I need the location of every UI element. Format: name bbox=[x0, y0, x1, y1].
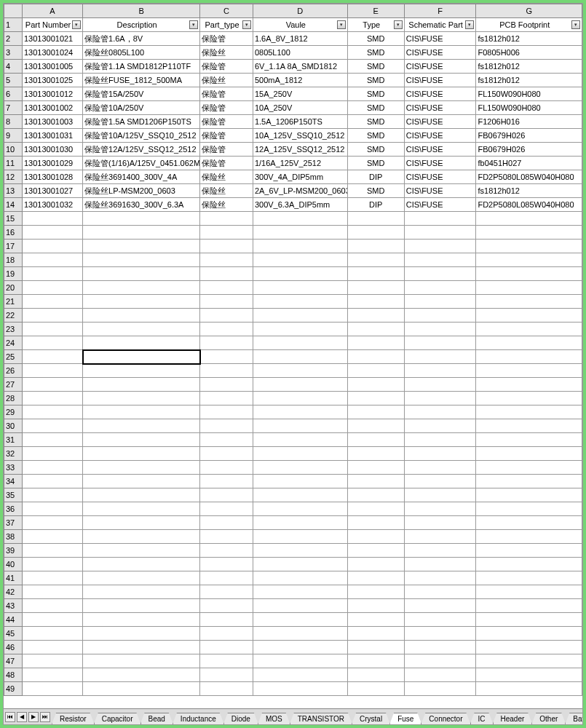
col-header-A[interactable]: A bbox=[22, 4, 82, 18]
cell[interactable]: 保险管 bbox=[200, 60, 253, 74]
cell[interactable] bbox=[347, 447, 404, 461]
cell[interactable] bbox=[83, 433, 200, 447]
cell[interactable] bbox=[347, 267, 404, 281]
cell[interactable] bbox=[253, 364, 347, 378]
cell[interactable] bbox=[476, 530, 582, 544]
row-header[interactable]: 36 bbox=[4, 502, 23, 516]
cell[interactable] bbox=[404, 613, 476, 627]
cell[interactable]: 0805L100 bbox=[253, 46, 347, 60]
cell[interactable]: 保险管1.1A SMD1812P110TF bbox=[83, 60, 200, 74]
cell[interactable] bbox=[22, 267, 82, 281]
cell[interactable] bbox=[347, 281, 404, 295]
cell[interactable] bbox=[22, 654, 82, 668]
row-header[interactable]: 33 bbox=[4, 461, 23, 475]
cell[interactable]: CIS\FUSE bbox=[404, 46, 476, 60]
cell[interactable] bbox=[347, 558, 404, 571]
cell[interactable]: CIS\FUSE bbox=[404, 157, 476, 170]
cell[interactable] bbox=[404, 419, 476, 433]
cell[interactable]: FD2P5080L085W040H080 bbox=[476, 198, 582, 212]
cell[interactable] bbox=[476, 364, 582, 378]
row-header[interactable]: 31 bbox=[4, 433, 23, 447]
cell[interactable] bbox=[476, 668, 582, 682]
cell[interactable] bbox=[22, 309, 82, 323]
cell[interactable]: 保险丝3691400_300V_4A bbox=[83, 170, 200, 184]
cell[interactable] bbox=[253, 267, 347, 281]
cell[interactable] bbox=[22, 419, 82, 433]
cell[interactable] bbox=[83, 323, 200, 336]
col-header-F[interactable]: F bbox=[404, 4, 476, 18]
cell[interactable] bbox=[404, 475, 476, 488]
row-header[interactable]: 30 bbox=[4, 419, 23, 433]
cell[interactable] bbox=[22, 405, 82, 419]
cell[interactable] bbox=[253, 336, 347, 350]
cell[interactable]: 保险管 bbox=[200, 143, 253, 157]
cell[interactable] bbox=[404, 585, 476, 599]
cell[interactable] bbox=[476, 571, 582, 585]
sheet-tab[interactable]: Inductance bbox=[173, 713, 224, 724]
cell[interactable]: 12A_125V_SSQ12_2512 bbox=[253, 143, 347, 157]
cell[interactable] bbox=[83, 585, 200, 599]
cell[interactable] bbox=[347, 571, 404, 585]
cell[interactable] bbox=[83, 378, 200, 392]
sheet-tab[interactable]: Resistor bbox=[52, 713, 95, 724]
cell[interactable]: fs1812h012 bbox=[476, 60, 582, 74]
cell[interactable] bbox=[253, 433, 347, 447]
cell[interactable] bbox=[404, 433, 476, 447]
row-header[interactable]: 38 bbox=[4, 530, 23, 544]
cell[interactable]: SMD bbox=[347, 87, 404, 101]
cell[interactable] bbox=[22, 378, 82, 392]
cell[interactable] bbox=[347, 240, 404, 253]
cell[interactable]: DIP bbox=[347, 170, 404, 184]
cell[interactable]: 保险管 bbox=[200, 87, 253, 101]
cell[interactable] bbox=[404, 654, 476, 668]
cell[interactable] bbox=[347, 323, 404, 336]
cell[interactable] bbox=[200, 627, 253, 641]
cell[interactable] bbox=[83, 654, 200, 668]
cell[interactable]: SMD bbox=[347, 60, 404, 74]
cell[interactable] bbox=[404, 281, 476, 295]
cell[interactable] bbox=[22, 682, 82, 696]
cell[interactable]: F0805H006 bbox=[476, 46, 582, 60]
cell[interactable] bbox=[200, 336, 253, 350]
row-header[interactable]: 45 bbox=[4, 627, 23, 641]
cell[interactable] bbox=[253, 682, 347, 696]
cell[interactable] bbox=[22, 226, 82, 240]
row-header[interactable]: 32 bbox=[4, 447, 23, 461]
cell[interactable] bbox=[200, 295, 253, 309]
cell[interactable] bbox=[83, 253, 200, 267]
cell[interactable] bbox=[83, 516, 200, 530]
cell[interactable] bbox=[83, 682, 200, 696]
cell[interactable] bbox=[347, 405, 404, 419]
cell[interactable]: fs1812h012 bbox=[476, 32, 582, 46]
cell[interactable] bbox=[22, 240, 82, 253]
cell[interactable] bbox=[476, 558, 582, 571]
cell[interactable] bbox=[347, 613, 404, 627]
filter-button[interactable]: ▾ bbox=[72, 20, 81, 29]
sheet-tab[interactable]: Bat bbox=[565, 713, 582, 724]
cell[interactable] bbox=[253, 323, 347, 336]
row-header[interactable]: 43 bbox=[4, 599, 23, 613]
cell[interactable] bbox=[83, 309, 200, 323]
cell[interactable]: 保险管 bbox=[200, 101, 253, 115]
cell[interactable]: 6V_1.1A 8A_SMD1812 bbox=[253, 60, 347, 74]
cell[interactable]: CIS\FUSE bbox=[404, 129, 476, 143]
cell[interactable] bbox=[83, 226, 200, 240]
cell[interactable] bbox=[22, 253, 82, 267]
cell[interactable] bbox=[253, 253, 347, 267]
cell[interactable]: 2A_6V_LP-MSM200_0603 bbox=[253, 184, 347, 198]
cell[interactable] bbox=[253, 654, 347, 668]
row-header[interactable]: 10 bbox=[4, 143, 23, 157]
row-header[interactable]: 15 bbox=[4, 212, 23, 226]
cell[interactable] bbox=[22, 544, 82, 558]
cell[interactable] bbox=[404, 530, 476, 544]
sheet-tab[interactable]: Bead bbox=[140, 713, 173, 724]
cell[interactable] bbox=[200, 641, 253, 654]
cell[interactable] bbox=[476, 419, 582, 433]
filter-button[interactable]: ▾ bbox=[571, 20, 580, 29]
cell[interactable] bbox=[83, 212, 200, 226]
cell[interactable] bbox=[22, 558, 82, 571]
cell[interactable]: 保险管15A/250V bbox=[83, 87, 200, 101]
cell[interactable] bbox=[476, 309, 582, 323]
row-header[interactable]: 37 bbox=[4, 516, 23, 530]
sheet-tab[interactable]: MOS bbox=[258, 713, 290, 724]
